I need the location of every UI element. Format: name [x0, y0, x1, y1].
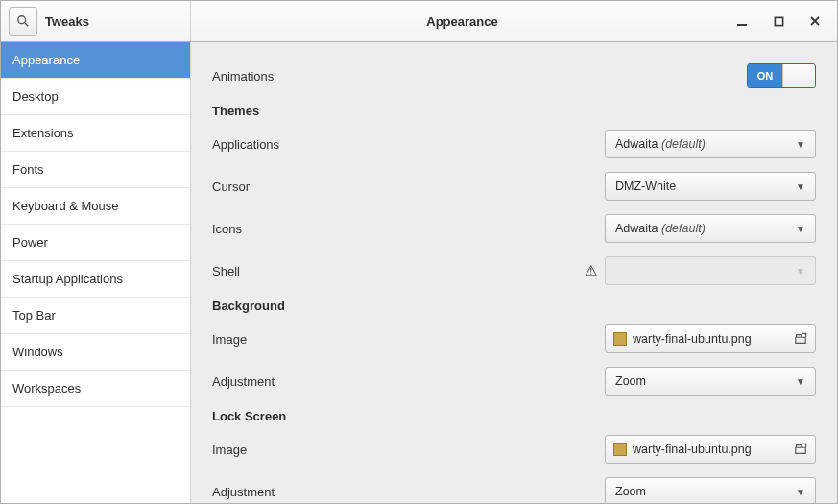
image-file-icon	[613, 332, 627, 346]
file-chooser-background[interactable]: warty-final-ubuntu.png	[605, 324, 816, 353]
sidebar-item-label: Desktop	[12, 89, 59, 104]
row-animations: Animations ON	[212, 61, 816, 90]
svg-rect-3	[775, 17, 782, 25]
warning-icon: ⚠	[585, 262, 597, 279]
chevron-down-icon: ▼	[796, 139, 805, 150]
sidebar-item-fonts[interactable]: Fonts	[1, 152, 190, 188]
sidebar-item-keyboard-mouse[interactable]: Keyboard & Mouse	[1, 188, 190, 225]
combo-value: Adwaita	[615, 137, 658, 151]
close-button[interactable]	[806, 12, 824, 30]
row-ls-adjustment: Adjustment Zoom ▼	[212, 477, 816, 503]
sidebar-item-desktop[interactable]: Desktop	[1, 79, 190, 115]
app-title: Tweaks	[45, 14, 89, 29]
chevron-down-icon: ▼	[796, 224, 805, 234]
open-folder-icon	[794, 443, 807, 456]
search-icon	[16, 14, 30, 28]
default-suffix: (default)	[661, 137, 706, 151]
combo-applications[interactable]: Adwaita (default) ▼	[605, 130, 816, 158]
section-lockscreen: Lock Screen	[212, 409, 816, 423]
sidebar-item-label: Power	[12, 235, 48, 250]
sidebar-item-workspaces[interactable]: Workspaces	[1, 371, 190, 407]
window-controls	[733, 1, 837, 41]
label-animations: Animations	[212, 69, 274, 84]
label-applications: Applications	[212, 137, 279, 152]
window: Tweaks Appearance Appearance Desktop Ext…	[0, 0, 838, 504]
combo-ls-adjustment[interactable]: Zoom ▼	[605, 477, 816, 503]
default-suffix: (default)	[661, 222, 706, 235]
file-name: warty-final-ubuntu.png	[633, 332, 788, 346]
titlebar-left: Tweaks	[1, 1, 191, 41]
chevron-down-icon: ▼	[796, 181, 805, 192]
row-shell: Shell ⚠ ▼	[212, 256, 816, 285]
switch-on-label: ON	[748, 64, 782, 87]
body: Appearance Desktop Extensions Fonts Keyb…	[1, 42, 837, 503]
maximize-icon	[774, 16, 784, 27]
row-applications: Applications Adwaita (default) ▼	[212, 130, 816, 158]
sidebar-item-label: Keyboard & Mouse	[12, 199, 119, 213]
sidebar-item-label: Startup Applications	[12, 272, 123, 286]
sidebar-item-label: Appearance	[12, 53, 80, 67]
content: Animations ON Themes Applications Adwait…	[191, 42, 837, 503]
row-bg-adjustment: Adjustment Zoom ▼	[212, 367, 816, 396]
page-title: Appearance	[426, 14, 497, 29]
close-icon	[809, 15, 821, 27]
row-icons: Icons Adwaita (default) ▼	[212, 214, 816, 243]
maximize-button[interactable]	[770, 12, 787, 30]
label-bg-image: Image	[212, 332, 247, 347]
chevron-down-icon: ▼	[796, 487, 805, 497]
chevron-down-icon: ▼	[796, 266, 805, 276]
label-ls-image: Image	[212, 443, 247, 457]
label-icons: Icons	[212, 222, 242, 236]
minimize-icon	[736, 15, 748, 27]
section-themes: Themes	[212, 104, 816, 118]
switch-animations[interactable]: ON	[747, 63, 816, 88]
combo-icons[interactable]: Adwaita (default) ▼	[605, 214, 816, 243]
search-button[interactable]	[9, 7, 37, 36]
sidebar-item-extensions[interactable]: Extensions	[1, 115, 190, 152]
label-ls-adjustment: Adjustment	[212, 485, 275, 499]
section-background: Background	[212, 299, 816, 313]
combo-bg-adjustment[interactable]: Zoom ▼	[605, 367, 816, 396]
file-name: warty-final-ubuntu.png	[633, 443, 788, 456]
label-bg-adjustment: Adjustment	[212, 374, 275, 389]
row-ls-image: Image warty-final-ubuntu.png	[212, 435, 816, 464]
sidebar-item-windows[interactable]: Windows	[1, 334, 190, 371]
sidebar-item-appearance[interactable]: Appearance	[1, 42, 190, 79]
sidebar-item-label: Extensions	[12, 126, 74, 140]
svg-line-1	[25, 23, 28, 26]
sidebar: Appearance Desktop Extensions Fonts Keyb…	[1, 42, 191, 503]
switch-handle	[782, 64, 815, 87]
combo-value: Zoom	[615, 374, 796, 388]
label-shell: Shell	[212, 264, 240, 278]
combo-shell: ▼	[605, 256, 816, 285]
sidebar-item-top-bar[interactable]: Top Bar	[1, 298, 190, 334]
row-right-shell: ⚠ ▼	[585, 256, 816, 285]
sidebar-item-label: Fonts	[12, 162, 44, 177]
row-bg-image: Image warty-final-ubuntu.png	[212, 324, 816, 353]
sidebar-item-label: Top Bar	[12, 308, 56, 323]
file-chooser-lockscreen[interactable]: warty-final-ubuntu.png	[605, 435, 816, 464]
combo-value: Zoom	[615, 485, 796, 498]
svg-rect-2	[737, 24, 747, 26]
sidebar-item-startup-applications[interactable]: Startup Applications	[1, 261, 190, 298]
sidebar-item-label: Workspaces	[12, 381, 81, 396]
sidebar-item-power[interactable]: Power	[1, 225, 190, 261]
titlebar: Tweaks Appearance	[1, 1, 837, 42]
chevron-down-icon: ▼	[796, 376, 805, 387]
combo-value: Adwaita	[615, 222, 658, 235]
combo-cursor[interactable]: DMZ-White ▼	[605, 172, 816, 201]
minimize-button[interactable]	[733, 12, 751, 30]
image-file-icon	[613, 443, 627, 456]
row-cursor: Cursor DMZ-White ▼	[212, 172, 816, 201]
label-cursor: Cursor	[212, 180, 250, 194]
combo-value: DMZ-White	[615, 180, 796, 193]
svg-point-0	[18, 16, 26, 24]
open-folder-icon	[794, 332, 807, 346]
sidebar-item-label: Windows	[12, 345, 63, 359]
titlebar-center: Appearance	[191, 1, 733, 41]
